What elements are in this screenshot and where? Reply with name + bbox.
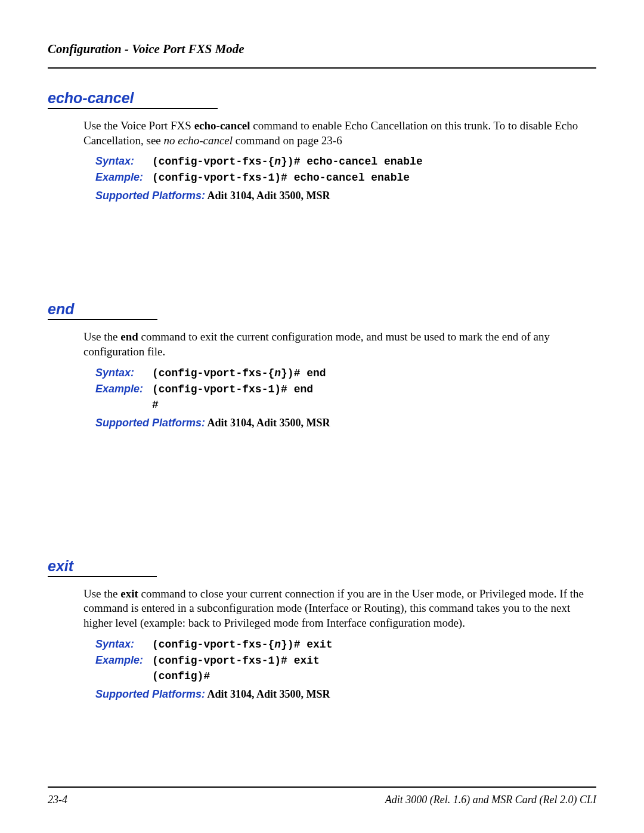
syntax-value: (config-vport-fxs-{n})# end xyxy=(152,367,326,379)
example-label: Example: xyxy=(95,171,152,184)
desc-text: command to close your current connection… xyxy=(83,587,584,629)
example-value: (config-vport-fxs-1)# end xyxy=(152,383,313,395)
section-exit: exit Use the exit command to close your … xyxy=(48,558,596,701)
platforms-value: Adit 3104, Adit 3500, MSR xyxy=(205,688,330,700)
syntax-n: n xyxy=(274,639,281,651)
syntax-post: })# end xyxy=(281,367,326,379)
platforms-value: Adit 3104, Adit 3500, MSR xyxy=(205,190,330,202)
example-label: Example: xyxy=(95,654,152,667)
spec-block: Syntax: (config-vport-fxs-{n})# exit Exa… xyxy=(95,638,596,682)
syntax-n: n xyxy=(274,367,281,379)
page-footer: 23-4 Adit 3000 (Rel. 1.6) and MSR Card (… xyxy=(48,786,596,806)
page-header: Configuration - Voice Port FXS Mode xyxy=(48,42,596,69)
example-row: Example: (config-vport-fxs-1)# end xyxy=(95,383,596,395)
section-title: echo-cancel xyxy=(48,89,218,109)
supported-platforms: Supported Platforms: Adit 3104, Adit 350… xyxy=(95,688,596,701)
platforms-value: Adit 3104, Adit 3500, MSR xyxy=(205,417,330,429)
syntax-value: (config-vport-fxs-{n})# exit xyxy=(152,639,332,651)
syntax-value: (config-vport-fxs-{n})# echo-cancel enab… xyxy=(152,156,423,168)
example-extra: (config)# xyxy=(152,670,596,682)
example-value: (config-vport-fxs-1)# echo-cancel enable xyxy=(152,172,410,184)
platforms-label: Supported Platforms: xyxy=(95,417,205,429)
syntax-label: Syntax: xyxy=(95,638,152,651)
syntax-n: n xyxy=(274,156,281,168)
footer-text: Adit 3000 (Rel. 1.6) and MSR Card (Rel 2… xyxy=(385,794,596,806)
example-value: (config-vport-fxs-1)# exit xyxy=(152,655,320,667)
supported-platforms: Supported Platforms: Adit 3104, Adit 350… xyxy=(95,190,596,202)
syntax-label: Syntax: xyxy=(95,367,152,379)
syntax-pre: (config-vport-fxs-{ xyxy=(152,639,274,651)
platforms-label: Supported Platforms: xyxy=(95,688,205,700)
section-echo-cancel: echo-cancel Use the Voice Port FXS echo-… xyxy=(48,89,596,202)
platforms-label: Supported Platforms: xyxy=(95,190,205,202)
example-label: Example: xyxy=(95,383,152,395)
syntax-row: Syntax: (config-vport-fxs-{n})# echo-can… xyxy=(95,155,596,168)
desc-bold: echo-cancel xyxy=(194,119,250,132)
desc-text: Use the xyxy=(83,587,120,600)
section-description: Use the Voice Port FXS echo-cancel comma… xyxy=(83,119,596,148)
syntax-label: Syntax: xyxy=(95,155,152,168)
supported-platforms: Supported Platforms: Adit 3104, Adit 350… xyxy=(95,417,596,429)
document-page: Configuration - Voice Port FXS Mode echo… xyxy=(0,0,644,833)
section-end: end Use the end command to exit the curr… xyxy=(48,301,596,429)
desc-text: command on page 23-6 xyxy=(233,134,342,147)
desc-bold: end xyxy=(120,330,138,343)
spacer xyxy=(48,202,596,280)
section-title: exit xyxy=(48,558,157,577)
page-number: 23-4 xyxy=(48,794,67,806)
spacer xyxy=(48,429,596,537)
syntax-pre: (config-vport-fxs-{ xyxy=(152,367,274,379)
section-description: Use the end command to exit the current … xyxy=(83,330,596,359)
syntax-post: })# echo-cancel enable xyxy=(281,156,423,168)
section-title: end xyxy=(48,301,157,320)
desc-text: Use the Voice Port FXS xyxy=(83,119,194,132)
desc-italic: no echo-cancel xyxy=(164,134,233,147)
syntax-row: Syntax: (config-vport-fxs-{n})# exit xyxy=(95,638,596,651)
desc-text: Use the xyxy=(83,330,120,343)
section-body: Use the Voice Port FXS echo-cancel comma… xyxy=(83,119,596,202)
desc-bold: exit xyxy=(120,587,138,600)
syntax-row: Syntax: (config-vport-fxs-{n})# end xyxy=(95,367,596,379)
example-row: Example: (config-vport-fxs-1)# echo-canc… xyxy=(95,171,596,184)
syntax-post: })# exit xyxy=(281,639,332,651)
example-extra: # xyxy=(152,399,596,411)
section-body: Use the end command to exit the current … xyxy=(83,330,596,429)
example-row: Example: (config-vport-fxs-1)# exit xyxy=(95,654,596,667)
section-body: Use the exit command to close your curre… xyxy=(83,587,596,701)
desc-text: command to exit the current configuratio… xyxy=(83,330,550,358)
syntax-pre: (config-vport-fxs-{ xyxy=(152,156,274,168)
spec-block: Syntax: (config-vport-fxs-{n})# echo-can… xyxy=(95,155,596,184)
section-description: Use the exit command to close your curre… xyxy=(83,587,596,631)
spec-block: Syntax: (config-vport-fxs-{n})# end Exam… xyxy=(95,367,596,411)
